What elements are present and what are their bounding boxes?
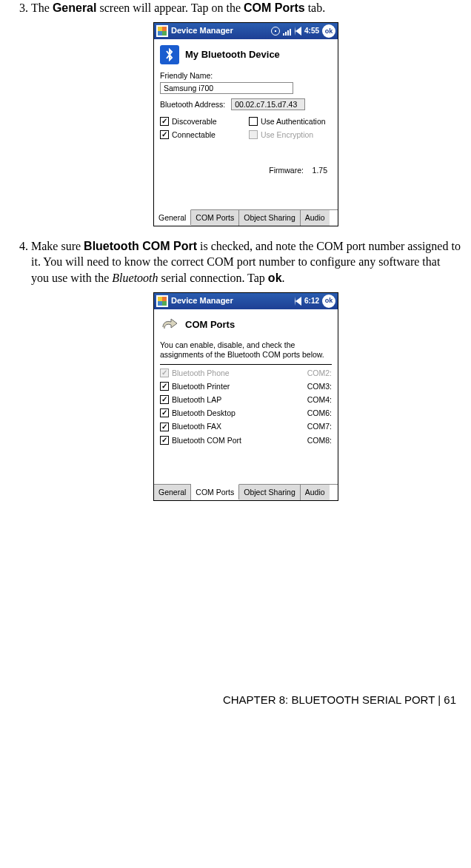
port-row: Bluetooth DesktopCOM6: bbox=[160, 408, 332, 418]
com-port-icon bbox=[160, 315, 179, 334]
use-auth-label: Use Authentication bbox=[261, 116, 326, 127]
friendly-name-input[interactable]: Samsung i700 bbox=[160, 82, 293, 94]
port-value: COM2: bbox=[307, 368, 332, 378]
checkbox-icon bbox=[249, 117, 258, 126]
tab-object-sharing[interactable]: Object Sharing bbox=[239, 485, 300, 500]
connectivity-icon[interactable] bbox=[271, 27, 280, 36]
volume-icon[interactable] bbox=[295, 27, 301, 36]
tab-bar: General COM Ports Object Sharing Audio bbox=[154, 209, 338, 226]
signal-icon[interactable] bbox=[283, 27, 292, 36]
checkbox-icon bbox=[160, 117, 169, 126]
use-auth-checkbox[interactable]: Use Authentication bbox=[249, 116, 332, 127]
port-name: Bluetooth Phone bbox=[172, 368, 230, 378]
port-value: COM6: bbox=[307, 408, 332, 418]
step3-post: tab. bbox=[305, 1, 326, 14]
step4-bold1: Bluetooth COM Port bbox=[84, 240, 197, 252]
friendly-name-label: Friendly Name: bbox=[160, 70, 332, 81]
use-encryption-checkbox: Use Encryption bbox=[249, 129, 332, 140]
status-icons bbox=[295, 297, 301, 306]
step4-mid2: serial connection. Tap bbox=[158, 272, 268, 284]
firmware-value: 1.75 bbox=[313, 166, 327, 175]
tab-object-sharing[interactable]: Object Sharing bbox=[239, 210, 300, 226]
start-icon[interactable] bbox=[156, 25, 168, 37]
checkbox-icon bbox=[160, 130, 169, 139]
ports-list: Bluetooth PhoneCOM2:Bluetooth PrinterCOM… bbox=[160, 368, 332, 445]
panel-title: My Bluetooth Device bbox=[185, 48, 280, 61]
tab-com-ports[interactable]: COM Ports bbox=[191, 484, 239, 499]
screenshot-com-ports: Device Manager 6:12 ok bbox=[153, 292, 338, 501]
ok-button[interactable]: ok bbox=[322, 295, 335, 308]
bt-address-label: Bluetooth Address: bbox=[160, 99, 225, 110]
port-checkbox bbox=[160, 369, 169, 377]
tab-general[interactable]: General bbox=[154, 485, 191, 500]
tab-bar: General COM Ports Object Sharing Audio bbox=[154, 484, 338, 500]
connectable-checkbox[interactable]: Connectable bbox=[160, 129, 243, 140]
step4-post: . bbox=[282, 272, 285, 284]
port-checkbox[interactable] bbox=[160, 423, 169, 431]
clock: 6:12 bbox=[304, 296, 319, 306]
panel-description: You can enable, disable, and check the a… bbox=[160, 340, 332, 360]
panel-title: COM Ports bbox=[185, 318, 235, 332]
window-title: Device Manager bbox=[171, 295, 233, 306]
start-icon[interactable] bbox=[156, 295, 168, 307]
titlebar: Device Manager 4:55 ok bbox=[154, 23, 338, 39]
port-checkbox[interactable] bbox=[160, 436, 169, 445]
checkbox-icon bbox=[249, 130, 258, 139]
port-name: Bluetooth Printer bbox=[172, 381, 230, 391]
tab-general[interactable]: General bbox=[154, 209, 191, 225]
port-name: Bluetooth FAX bbox=[172, 421, 221, 431]
step-3: The General screen will appear. Tap on t… bbox=[31, 0, 461, 226]
step4-bold2: ok bbox=[268, 272, 282, 284]
clock: 4:55 bbox=[304, 26, 319, 36]
status-icons bbox=[271, 27, 301, 36]
page-footer: CHAPTER 8: BLUETOOTH SERIAL PORT | 61 bbox=[10, 693, 461, 706]
step4-ital: Bluetooth bbox=[112, 272, 158, 284]
port-row: Bluetooth LAPCOM4: bbox=[160, 394, 332, 405]
port-value: COM7: bbox=[307, 421, 332, 431]
port-row: Bluetooth FAXCOM7: bbox=[160, 421, 332, 431]
port-value: COM3: bbox=[307, 381, 332, 391]
tab-com-ports[interactable]: COM Ports bbox=[191, 210, 239, 226]
bt-address-value: 00.02.c7.15.d7.43 bbox=[231, 98, 305, 110]
connectable-label: Connectable bbox=[172, 129, 216, 140]
ok-button[interactable]: ok bbox=[322, 24, 335, 38]
port-checkbox[interactable] bbox=[160, 408, 169, 417]
tab-audio[interactable]: Audio bbox=[301, 485, 330, 500]
bluetooth-icon bbox=[160, 45, 179, 64]
port-value: COM4: bbox=[307, 394, 332, 405]
discoverable-checkbox[interactable]: Discoverable bbox=[160, 116, 243, 127]
divider bbox=[160, 364, 332, 365]
step4-pre: Make sure bbox=[31, 240, 84, 252]
port-name: Bluetooth LAP bbox=[172, 394, 221, 405]
port-value: COM8: bbox=[307, 435, 332, 445]
port-row: Bluetooth PrinterCOM3: bbox=[160, 381, 332, 391]
step3-mid: screen will appear. Tap on the bbox=[96, 1, 244, 14]
port-name: Bluetooth Desktop bbox=[172, 408, 236, 418]
volume-icon[interactable] bbox=[295, 297, 301, 306]
step3-bold1: General bbox=[53, 1, 97, 14]
tab-audio[interactable]: Audio bbox=[301, 210, 330, 226]
step3-bold2: COM Ports bbox=[244, 1, 305, 14]
titlebar: Device Manager 6:12 ok bbox=[154, 293, 338, 309]
screenshot-general: Device Manager 4:55 ok bbox=[153, 22, 338, 226]
port-checkbox[interactable] bbox=[160, 382, 169, 391]
port-row: Bluetooth PhoneCOM2: bbox=[160, 368, 332, 378]
step3-pre: The bbox=[31, 1, 53, 14]
firmware-label: Firmware: bbox=[269, 166, 304, 175]
port-name: Bluetooth COM Port bbox=[172, 435, 241, 445]
discoverable-label: Discoverable bbox=[172, 116, 217, 127]
port-checkbox[interactable] bbox=[160, 395, 169, 404]
port-row: Bluetooth COM PortCOM8: bbox=[160, 435, 332, 445]
use-encryption-label: Use Encryption bbox=[261, 129, 313, 140]
step-4: Make sure Bluetooth COM Port is checked,… bbox=[31, 238, 461, 501]
window-title: Device Manager bbox=[171, 25, 233, 36]
